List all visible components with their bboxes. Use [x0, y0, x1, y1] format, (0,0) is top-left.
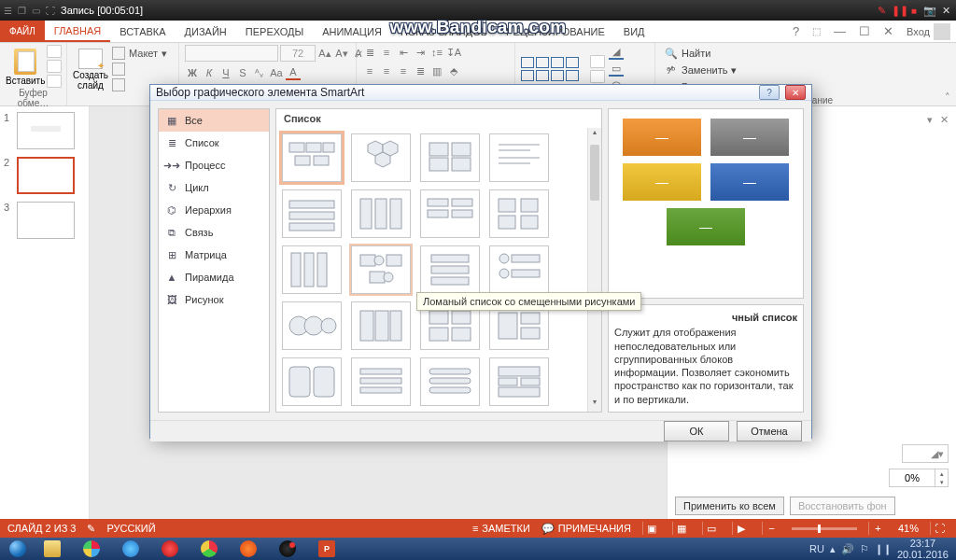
layout-a[interactable]: [282, 301, 342, 350]
pencil-icon[interactable]: ✎: [876, 5, 889, 17]
font-size[interactable]: [280, 45, 316, 62]
tray-flag-icon[interactable]: ⚐: [860, 543, 869, 555]
reset-button[interactable]: [112, 63, 167, 76]
copy-icon[interactable]: ❐: [18, 6, 26, 16]
apply-all-button[interactable]: Применить ко всем: [675, 497, 784, 515]
dialog-titlebar[interactable]: Выбор графического элемента SmartArt ? ✕: [150, 85, 811, 101]
pause-icon[interactable]: ❚❚: [892, 5, 905, 17]
tab-transitions[interactable]: ПЕРЕХОДЫ: [236, 21, 313, 42]
task-bandicam[interactable]: [269, 539, 306, 559]
cat-pyramid[interactable]: ▲Пирамида: [159, 266, 269, 288]
pane-options-icon[interactable]: ▾: [927, 114, 933, 126]
strike-icon[interactable]: S: [235, 65, 250, 80]
columns-icon[interactable]: ▥: [429, 63, 444, 78]
zoom-in-icon[interactable]: +: [868, 522, 887, 535]
layout-e[interactable]: [282, 357, 342, 406]
spin-up-icon[interactable]: ▴: [935, 469, 948, 478]
arrange-icon[interactable]: [590, 55, 605, 68]
crop-icon[interactable]: ▭: [32, 6, 40, 16]
login-link[interactable]: Вход: [907, 26, 930, 37]
collapse-ribbon-icon[interactable]: ˄: [939, 43, 956, 105]
slide-indicator[interactable]: СЛАЙД 2 ИЗ 3: [7, 523, 76, 534]
comments-button[interactable]: 💬 ПРИМЕЧАНИЯ: [541, 523, 631, 535]
shape-outline-icon[interactable]: ▭: [609, 62, 624, 77]
tray-clock[interactable]: 23:1720.01.2016: [897, 538, 949, 560]
tab-design[interactable]: ДИЗАЙН: [176, 21, 236, 42]
tab-insert[interactable]: ВСТАВКА: [110, 21, 175, 42]
justify-icon[interactable]: ≣: [413, 63, 428, 78]
tray-up-icon[interactable]: ▴: [830, 543, 836, 555]
help-icon[interactable]: ?: [793, 24, 799, 38]
cat-hierarchy[interactable]: ⌬Иерархия: [159, 199, 269, 221]
font-combo[interactable]: [185, 45, 278, 62]
start-button[interactable]: [4, 539, 32, 559]
stop-icon[interactable]: ■: [907, 6, 921, 16]
ribbon-toggle-icon[interactable]: ⬚: [812, 26, 821, 36]
thumb-2[interactable]: 2: [4, 157, 85, 194]
layout-bending-picture[interactable]: [351, 245, 411, 294]
copy-icon[interactable]: [47, 60, 62, 73]
cat-relationship[interactable]: ⧉Связь: [159, 221, 269, 244]
cat-list[interactable]: ≣Список: [159, 132, 269, 154]
cat-process[interactable]: ➜➜Процесс: [159, 154, 269, 176]
close-icon[interactable]: ✕: [939, 5, 952, 17]
ok-button[interactable]: ОК: [664, 421, 729, 441]
underline-icon[interactable]: Ч: [218, 65, 233, 80]
align-center-icon[interactable]: ≡: [379, 63, 394, 78]
task-picasa[interactable]: [73, 539, 110, 559]
tray-lang[interactable]: RU: [809, 543, 824, 554]
fill-type-dropdown[interactable]: ◢ ▾: [902, 444, 949, 463]
smartart-icon[interactable]: ⬘: [446, 63, 461, 78]
tray-volume-icon[interactable]: 🔊: [841, 543, 854, 555]
layout-hex[interactable]: [351, 133, 411, 182]
tab-home[interactable]: ГЛАВНАЯ: [45, 21, 110, 42]
notes-button[interactable]: ≡ ЗАМЕТКИ: [472, 523, 530, 534]
layout-circ-list[interactable]: [489, 245, 549, 294]
layout-b[interactable]: [351, 301, 411, 350]
cat-cycle[interactable]: ↻Цикл: [159, 176, 269, 199]
cat-all[interactable]: ▦Все: [159, 109, 269, 132]
scroll-up-icon[interactable]: ▴: [588, 128, 601, 142]
fit-window-icon[interactable]: ⛶: [930, 522, 949, 535]
spacing-icon[interactable]: Aa: [269, 65, 284, 80]
bullets-icon[interactable]: ≣: [362, 45, 377, 60]
layout-lined[interactable]: [489, 133, 549, 182]
minimize-icon[interactable]: —: [834, 24, 846, 38]
format-painter-icon[interactable]: [47, 75, 62, 88]
thumb-1[interactable]: 1: [4, 112, 85, 149]
transparency-spinner[interactable]: ▴▾: [889, 469, 949, 487]
normal-view-icon[interactable]: ▣: [642, 522, 661, 535]
shadow-icon[interactable]: ᴬᵥ: [252, 65, 267, 80]
cut-icon[interactable]: [47, 45, 62, 58]
find-button[interactable]: 🔍Найти: [665, 47, 930, 60]
shapes-gallery[interactable]: [521, 57, 586, 81]
cat-picture[interactable]: 🖼Рисунок: [159, 288, 269, 311]
layout-square[interactable]: [489, 189, 549, 238]
tab-file[interactable]: ФАЙЛ: [0, 21, 45, 42]
layout-dropdown[interactable]: Макет ▾: [112, 47, 167, 60]
layout-tab[interactable]: [420, 189, 480, 238]
task-explorer[interactable]: [34, 539, 71, 559]
shape-fill-icon[interactable]: ◢: [609, 45, 624, 60]
task-powerpoint[interactable]: P: [308, 539, 345, 559]
task-opera[interactable]: [151, 539, 189, 559]
text-dir-icon[interactable]: ↧A: [446, 45, 461, 60]
task-ie[interactable]: [112, 539, 149, 559]
numbering-icon[interactable]: ≡: [379, 45, 394, 60]
avatar[interactable]: [934, 23, 950, 40]
scroll-thumb[interactable]: [590, 145, 599, 201]
replace-button[interactable]: ᵃ⁄ᵇЗаменить ▾: [665, 63, 930, 77]
align-right-icon[interactable]: ≡: [396, 63, 411, 78]
layout-h[interactable]: [489, 357, 549, 406]
spell-icon[interactable]: ✎: [87, 523, 95, 535]
menu-icon[interactable]: ☰: [4, 6, 12, 16]
fullscreen-icon[interactable]: ⛶: [46, 6, 55, 16]
new-slide-button[interactable]: Создать слайд: [73, 49, 108, 91]
layout-basic-block-list[interactable]: [282, 133, 342, 182]
zoom-out-icon[interactable]: −: [762, 522, 780, 535]
italic-icon[interactable]: К: [202, 65, 217, 80]
thumb-3[interactable]: 3: [4, 202, 85, 239]
paste-button[interactable]: Вставить: [6, 47, 45, 86]
tray-network-icon[interactable]: ❙❙: [875, 543, 892, 555]
indent-inc-icon[interactable]: ⇥: [413, 45, 428, 60]
